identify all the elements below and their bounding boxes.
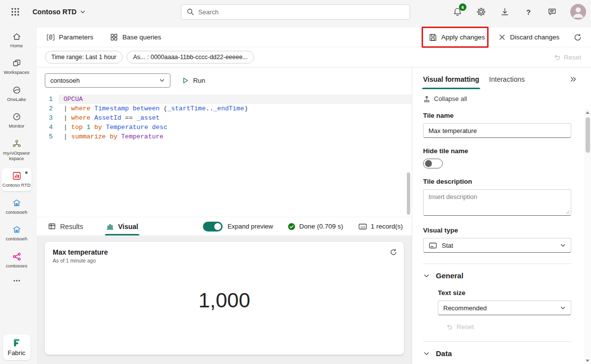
database-dropdown[interactable]: contosoeh <box>45 73 170 88</box>
kql-editor[interactable]: 12345 OPCUA| where Timestamp between (_s… <box>37 93 412 217</box>
sidebar-item-label: Fabric <box>7 349 25 357</box>
tile-name-input[interactable] <box>423 123 571 138</box>
tab-visual[interactable]: Visual <box>104 217 140 235</box>
undo-icon <box>553 53 561 61</box>
sidebar-item-home[interactable]: Home <box>1 29 32 51</box>
toggle-knob <box>425 160 432 167</box>
chevron-down-icon <box>159 77 165 83</box>
workspace-switcher[interactable]: Contoso RTD <box>33 8 86 16</box>
save-icon <box>428 33 437 42</box>
sidebar-item-onelake[interactable]: OneLake <box>1 82 32 105</box>
tile-description-input[interactable] <box>423 189 571 216</box>
help-icon: ? <box>526 8 530 16</box>
sidebar-item-monitor[interactable]: Monitor <box>1 109 32 132</box>
feedback-icon[interactable] <box>547 6 558 17</box>
text-size-value: Recommended <box>443 304 487 312</box>
sidebar-item-myaioqsworkspace[interactable]: myAIOqsworkspace <box>1 136 32 165</box>
time-range-pill[interactable]: Time range: Last 1 hour <box>45 51 123 64</box>
apply-changes-button[interactable]: Apply changes <box>428 33 485 42</box>
record-count-icon: 123 <box>358 223 367 231</box>
more-items-icon[interactable] <box>12 276 21 285</box>
section-general-label: General <box>436 271 463 280</box>
base-queries-label: Base queries <box>122 33 161 41</box>
collapse-pane-icon[interactable] <box>566 75 580 89</box>
tab-visual-formatting[interactable]: Visual formatting <box>418 75 484 89</box>
code-line[interactable]: OPCUA <box>59 95 412 104</box>
search-icon <box>187 8 195 16</box>
eventstream-icon <box>12 252 22 262</box>
query-status-label: Done (0.709 s) <box>299 223 343 230</box>
divider <box>423 341 571 342</box>
reset-parameters-button[interactable]: Reset <box>553 53 581 61</box>
home-icon <box>12 32 22 41</box>
collapse-all-label: Collapse all <box>434 95 467 102</box>
stat-tile[interactable]: Max temperature As of 1 minute ago 1,000 <box>45 242 404 355</box>
code-line[interactable]: | top 1 by Temperature desc <box>59 123 412 132</box>
sidebar-item-contoso-rtd[interactable]: Contoso RTD <box>1 168 32 191</box>
resize-grip-icon[interactable] <box>566 210 570 214</box>
scroll-up-arrow[interactable] <box>586 109 590 116</box>
hide-tile-name-toggle[interactable] <box>423 159 443 168</box>
discard-changes-button[interactable]: Discard changes <box>498 33 559 41</box>
code-line[interactable]: | where Timestamp between (_startTime.._… <box>59 104 412 113</box>
apply-changes-label: Apply changes <box>441 33 485 41</box>
downloads-icon[interactable] <box>499 6 510 17</box>
undo-icon <box>446 323 453 331</box>
visual-type-dropdown[interactable]: Stat <box>423 238 571 253</box>
editor-code[interactable]: OPCUA| where Timestamp between (_startTi… <box>59 95 412 217</box>
tile-title: Max temperature <box>53 248 396 256</box>
run-button[interactable]: Run <box>181 76 205 85</box>
tile-description-label: Tile description <box>423 178 571 185</box>
tile-refresh-icon[interactable] <box>390 248 397 256</box>
notifications-button[interactable]: 6 <box>452 6 463 17</box>
chevron-down-icon <box>560 242 566 248</box>
user-avatar[interactable] <box>570 4 586 20</box>
code-line[interactable]: | where AssetId == _asset <box>59 113 412 123</box>
close-icon <box>498 33 506 41</box>
help-button[interactable]: ? <box>523 6 534 17</box>
scrollbar-thumb[interactable] <box>586 117 590 153</box>
section-general[interactable]: General <box>423 271 571 280</box>
search-input[interactable] <box>198 8 405 16</box>
settings-gear-icon[interactable] <box>476 6 487 17</box>
sidebar-item-contosoeh-2[interactable]: contosoeh <box>1 222 32 244</box>
parameters-button[interactable]: [@] Parameters <box>46 33 93 41</box>
visual-type-label: Visual type <box>423 227 571 234</box>
collapse-all-button[interactable]: Collapse all <box>423 95 571 102</box>
sidebar-item-fabric[interactable]: Fabric <box>3 334 31 360</box>
fabric-logo-icon <box>12 338 22 348</box>
tile-freshness: As of 1 minute ago <box>53 258 396 264</box>
tab-interactions[interactable]: Interactions <box>484 75 529 89</box>
code-line[interactable]: | summarize by Temperature <box>59 132 412 141</box>
app-title: Contoso RTD <box>33 8 76 16</box>
visual-preview-area: Max temperature As of 1 minute ago 1,000 <box>37 235 412 364</box>
sidebar-item-label: contosoeh <box>6 236 28 241</box>
app-launcher-icon[interactable] <box>7 3 24 20</box>
section-data[interactable]: Data <box>423 349 571 358</box>
refresh-icon[interactable] <box>573 33 582 42</box>
sidebar-item-contosoes[interactable]: contosoes <box>1 249 32 271</box>
expand-preview-toggle[interactable] <box>203 222 223 232</box>
text-size-dropdown[interactable]: Recommended <box>438 300 571 315</box>
text-size-reset-button[interactable]: Reset <box>446 323 571 331</box>
sidebar-item-workspaces[interactable]: Workspaces <box>1 55 32 78</box>
asset-parameter-pill[interactable]: As... : 0000aaaa-11bb-cccc-dd22-eeeee... <box>127 51 254 64</box>
editor-scrollbar-thumb[interactable] <box>407 172 410 215</box>
discard-changes-label: Discard changes <box>510 33 559 41</box>
main-area: [@] Parameters Base queries Apply change… <box>33 24 591 364</box>
format-pane-scrollbar[interactable] <box>584 109 591 364</box>
tab-results[interactable]: Results <box>46 217 85 235</box>
base-queries-button[interactable]: Base queries <box>110 33 161 41</box>
scroll-down-arrow[interactable] <box>586 357 590 364</box>
left-nav: Home Workspaces OneLake Monitor myAIOqsw… <box>0 24 33 364</box>
sidebar-item-contosoeh-1[interactable]: contosoeh <box>1 195 32 218</box>
record-count-label: 1 record(s) <box>371 223 403 230</box>
chevron-down-icon <box>423 272 430 279</box>
active-tab-underline <box>422 88 480 89</box>
editor-line-numbers: 12345 <box>37 95 59 217</box>
database-name: contosoeh <box>50 77 80 84</box>
tile-name-label: Tile name <box>423 112 571 119</box>
search-box[interactable] <box>181 4 410 20</box>
eventhouse-icon <box>12 198 22 208</box>
parameters-icon: [@] <box>46 34 55 41</box>
